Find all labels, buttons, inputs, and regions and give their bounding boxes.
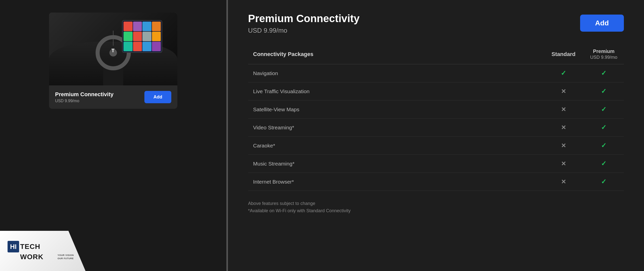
table-row: Video Streaming*✕✓ (248, 119, 624, 137)
logo-work-text: WORK (20, 253, 44, 261)
logo-area: HI TECH WORK YOUR VISION OUR FUTURE (0, 231, 86, 271)
logo-tagline-line1: YOUR VISION (58, 254, 74, 256)
feature-cell: Caraoke* (248, 137, 543, 155)
table-row: Internet Browser*✕✓ (248, 173, 624, 191)
premium-cell: ✓ (584, 82, 624, 100)
card-add-button[interactable]: Add (144, 91, 171, 103)
screen-tile (152, 22, 161, 31)
standard-cell: ✕ (543, 119, 584, 137)
premium-cell: ✓ (584, 173, 624, 191)
x-icon: ✕ (561, 124, 566, 131)
premium-cell: ✓ (584, 137, 624, 155)
table-row: Navigation✓✓ (248, 64, 624, 82)
feature-cell: Internet Browser* (248, 173, 543, 191)
left-panel: T (0, 0, 226, 271)
table-row: Satellite-View Maps✕✓ (248, 100, 624, 119)
screen-tile (152, 42, 161, 51)
logo-row-work: WORK YOUR VISION OUR FUTURE (8, 253, 74, 261)
col-feature-header: Connectivity Packages (248, 44, 543, 64)
x-icon: ✕ (561, 178, 566, 185)
table-body: Navigation✓✓Live Traffic Visualization✕✓… (248, 64, 624, 191)
screen-content (123, 21, 162, 52)
screen-tile (133, 22, 142, 31)
right-panel: Premium Connectivity USD 9.99/mo Add Con… (228, 0, 644, 271)
car-card: T (49, 13, 177, 109)
footnote: Above features subject to change *Availa… (248, 200, 624, 214)
car-card-price: USD 9.99/mo (55, 99, 113, 103)
premium-cell: ✓ (584, 119, 624, 137)
car-info-bar: Premium Connectivity USD 9.99/mo Add (49, 85, 177, 109)
check-icon: ✓ (601, 124, 607, 131)
check-icon: ✓ (601, 178, 607, 185)
feature-cell: Music Streaming* (248, 155, 543, 173)
screen-tile (133, 42, 142, 51)
col-premium-price: USD 9.99/mo (589, 55, 619, 60)
screen-tile (142, 42, 151, 51)
footnote-line2: *Available on Wi-Fi only with Standard C… (248, 207, 624, 214)
table-row: Live Traffic Visualization✕✓ (248, 82, 624, 100)
standard-cell: ✕ (543, 155, 584, 173)
logo-hi-text: HI (10, 243, 17, 251)
logo: HI TECH WORK YOUR VISION OUR FUTURE (8, 241, 74, 261)
check-icon: ✓ (601, 87, 607, 95)
right-add-button[interactable]: Add (580, 15, 624, 32)
car-info-text: Premium Connectivity USD 9.99/mo (55, 91, 113, 103)
feature-cell: Video Streaming* (248, 119, 543, 137)
x-icon: ✕ (561, 160, 566, 167)
product-title: Premium Connectivity (248, 13, 359, 25)
product-info: Premium Connectivity USD 9.99/mo (248, 13, 359, 34)
footnote-line1: Above features subject to change (248, 200, 624, 207)
screen-tile (124, 22, 133, 31)
right-header: Premium Connectivity USD 9.99/mo Add (248, 13, 624, 34)
check-icon: ✓ (601, 69, 607, 77)
x-icon: ✕ (561, 88, 566, 95)
standard-cell: ✕ (543, 173, 584, 191)
car-card-title: Premium Connectivity (55, 91, 113, 98)
premium-cell: ✓ (584, 64, 624, 82)
comparison-table: Connectivity Packages Standard Premium U… (248, 44, 624, 191)
premium-cell: ✓ (584, 100, 624, 119)
product-price: USD 9.99/mo (248, 27, 359, 34)
standard-cell: ✕ (543, 82, 584, 100)
x-icon: ✕ (561, 142, 566, 149)
check-icon: ✓ (561, 69, 566, 77)
feature-cell: Satellite-View Maps (248, 100, 543, 119)
dashboard-screen (122, 20, 162, 53)
table-header-row: Connectivity Packages Standard Premium U… (248, 44, 624, 64)
premium-cell: ✓ (584, 155, 624, 173)
standard-cell: ✕ (543, 137, 584, 155)
col-premium-header: Premium USD 9.99/mo (584, 44, 624, 64)
standard-cell: ✓ (543, 64, 584, 82)
screen-tile (152, 32, 161, 41)
screen-tile (142, 32, 151, 41)
logo-tech-text: TECH (20, 243, 40, 251)
screen-tile (124, 32, 133, 41)
table-row: Music Streaming*✕✓ (248, 155, 624, 173)
car-interior-bg: T (49, 13, 177, 85)
logo-row-hi: HI TECH (8, 241, 74, 252)
check-icon: ✓ (601, 142, 607, 149)
car-image: T (49, 13, 177, 85)
feature-cell: Live Traffic Visualization (248, 82, 543, 100)
table-row: Caraoke*✕✓ (248, 137, 624, 155)
logo-hi-box: HI (8, 241, 19, 252)
standard-cell: ✕ (543, 100, 584, 119)
tesla-logo-on-wheel: T (111, 47, 115, 53)
screen-tile (133, 32, 142, 41)
x-icon: ✕ (561, 106, 566, 113)
check-icon: ✓ (601, 160, 607, 167)
screen-tile (124, 42, 133, 51)
check-icon: ✓ (601, 105, 607, 113)
logo-tagline: YOUR VISION OUR FUTURE (58, 254, 74, 260)
screen-tile (142, 22, 151, 31)
col-standard-header: Standard (543, 44, 584, 64)
feature-cell: Navigation (248, 64, 543, 82)
logo-tagline-line2: OUR FUTURE (58, 257, 74, 260)
col-premium-label: Premium (593, 48, 615, 54)
